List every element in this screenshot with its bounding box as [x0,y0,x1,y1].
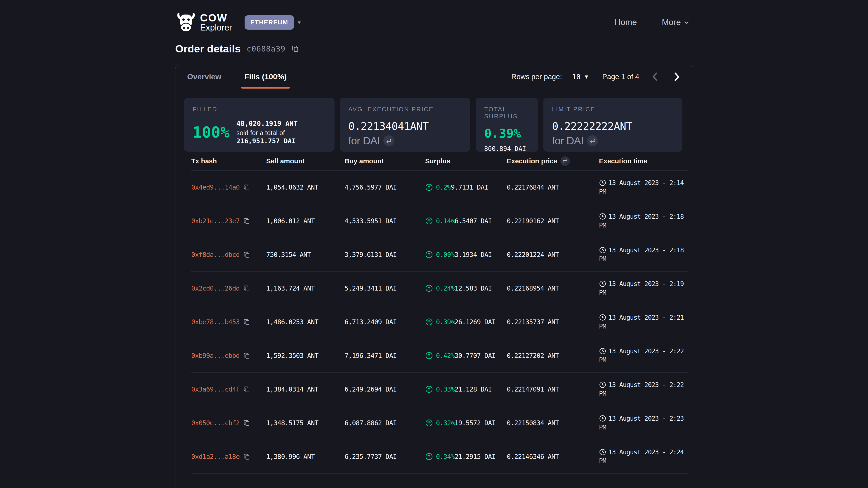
rows-per-page-select[interactable]: 10 ▼ [572,72,589,81]
table-row: 0x050e...cbf2 1,348.5175 ANT 6,087.8862 … [191,406,688,440]
surplus-amount: 19.5572 DAI [455,419,495,427]
surplus-cell: 0.39%26.1269 DAI [425,318,507,326]
copy-tx-button[interactable] [240,251,251,258]
buy-amount: 5,249.3411 DAI [344,285,425,292]
copy-tx-button[interactable] [240,386,251,393]
swap-currency-icon[interactable]: ⇄ [383,135,394,146]
surplus-amount: 12.583 DAI [455,285,492,292]
chevron-down-icon [684,20,689,25]
copy-icon [243,184,251,191]
tx-hash-link[interactable]: 0x2cd0...26dd [191,285,240,292]
cow-explorer-logo[interactable]: COW Explorer [175,11,232,33]
rows-per-page-label: Rows per page: [511,72,562,81]
filled-sold-total: 216,951.757 DAI [237,137,296,145]
stats-row: FILLED 100% 48,020.1919 ANT sold for a t… [176,88,693,152]
tx-hash-link[interactable]: 0x4ed9...14a0 [191,184,240,191]
total-surplus-card: TOTAL SURPLUS 0.39% 860.894 DAI [475,98,538,152]
tx-hash-link[interactable]: 0xb99a...ebbd [191,352,240,359]
sell-amount: 1,486.0253 ANT [266,318,345,326]
swap-currency-icon[interactable]: ⇄ [587,135,598,146]
tx-hash-link[interactable]: 0xf8da...dbcd [191,251,240,258]
execution-price: 0.22150834 ANT [507,419,599,427]
surplus-amount: 26.1269 DAI [455,318,495,326]
surplus-amount: 9.7131 DAI [451,184,488,191]
next-page-button[interactable] [671,70,683,83]
surplus-percent: 0.2% [436,184,451,191]
copy-tx-button[interactable] [240,217,251,225]
copy-tx-button[interactable] [240,453,251,460]
network-selector[interactable]: ETHEREUM ▾ [245,15,301,30]
tx-hash-link[interactable]: 0x050e...cbf2 [191,419,240,427]
copy-tx-button[interactable] [240,419,251,427]
copy-icon [243,285,251,292]
surplus-percent: 0.32% [436,419,455,427]
tx-hash-link[interactable]: 0xb21e...23e7 [191,217,240,225]
filled-sold-text: sold for a total of 216,951.757 DAI [237,129,326,145]
sell-amount: 1,592.3503 ANT [266,352,345,359]
surplus-percent: 0.33% [436,385,455,393]
surplus-cell: 0.33%21.128 DAI [425,385,507,393]
tx-hash-link[interactable]: 0x3a69...cd4f [191,385,240,393]
surplus-percent: 0.09% [436,251,455,258]
sell-amount: 1,380.996 ANT [266,453,345,460]
clock-icon [599,213,606,220]
chevron-left-icon [651,72,659,82]
logo-subtitle: Explorer [200,23,232,32]
total-surplus-amount: 860.894 DAI [484,145,530,153]
table-row: 0x4ed9...14a0 1,054.8632 ANT 4,756.5977 … [191,170,688,204]
limit-price-label: LIMIT PRICE [552,106,674,113]
col-execution-price: Execution price ⇄ [507,156,599,166]
total-surplus-label: TOTAL SURPLUS [484,106,530,120]
surplus-up-icon [425,318,433,326]
table-row: 0xf8da...dbcd 750.3154 ANT 3,379.6131 DA… [191,238,688,271]
surplus-cell: 0.14%6.5407 DAI [425,217,507,225]
execution-time: 13 August 2023 - 2:22 PM [599,347,688,364]
filled-label: FILLED [193,106,326,113]
execution-price: 0.22176844 ANT [507,184,599,191]
copy-order-hash-button[interactable] [291,45,300,53]
execution-time: 13 August 2023 - 2:21 PM [599,313,688,331]
tab-overview[interactable]: Overview [186,65,223,88]
fills-table: Tx hash Sell amount Buy amount Surplus E… [176,152,693,474]
table-header: Tx hash Sell amount Buy amount Surplus E… [191,152,688,170]
table-row: 0xd1a2...a18e 1,380.996 ANT 6,235.7737 D… [191,440,688,474]
table-row: 0xb99a...ebbd 1,592.3503 ANT 7,196.3471 … [191,339,688,372]
filled-card: FILLED 100% 48,020.1919 ANT sold for a t… [184,98,335,152]
surplus-amount: 3.1934 DAI [455,251,492,258]
clock-icon [599,415,606,422]
buy-amount: 4,533.5951 DAI [344,217,425,225]
table-row: 0xb21e...23e7 1,006.012 ANT 4,533.5951 D… [191,204,688,238]
copy-tx-button[interactable] [240,318,251,326]
copy-tx-button[interactable] [240,285,251,292]
nav-more-label: More [662,18,681,27]
copy-icon [291,45,300,53]
surplus-up-icon [425,453,433,460]
limit-price-unit: for DAI [552,134,583,147]
network-badge[interactable]: ETHEREUM [245,15,294,30]
nav-home[interactable]: Home [615,18,637,27]
tx-hash-link[interactable]: 0xbe78...b453 [191,318,240,326]
surplus-up-icon [425,217,433,225]
sell-amount: 1,348.5175 ANT [266,419,345,427]
page-status: Page 1 of 4 [602,72,639,81]
order-panel: Overview Fills (100%) Rows per page: 10 … [175,65,693,488]
surplus-percent: 0.42% [436,352,455,359]
limit-price-value: 0.22222222ANT [552,119,674,133]
copy-tx-button[interactable] [240,184,251,191]
dropdown-caret-icon: ▼ [584,74,589,80]
tab-fills[interactable]: Fills (100%) [243,65,288,88]
cow-logo-icon [175,11,197,33]
surplus-cell: 0.42%30.7707 DAI [425,352,507,359]
clock-icon [599,314,606,321]
previous-page-button[interactable] [649,70,661,83]
col-execution-time: Execution time [599,157,688,165]
tx-hash-link[interactable]: 0xd1a2...a18e [191,453,240,460]
nav-more[interactable]: More [662,18,689,27]
copy-tx-button[interactable] [240,352,251,359]
buy-amount: 6,235.7737 DAI [344,453,425,460]
execution-price: 0.22168954 ANT [507,285,599,292]
table-row: 0x3a69...cd4f 1,384.0314 ANT 6,249.2694 … [191,372,688,406]
swap-price-icon[interactable]: ⇄ [560,156,570,166]
surplus-up-icon [425,419,433,427]
clock-icon [599,280,606,287]
